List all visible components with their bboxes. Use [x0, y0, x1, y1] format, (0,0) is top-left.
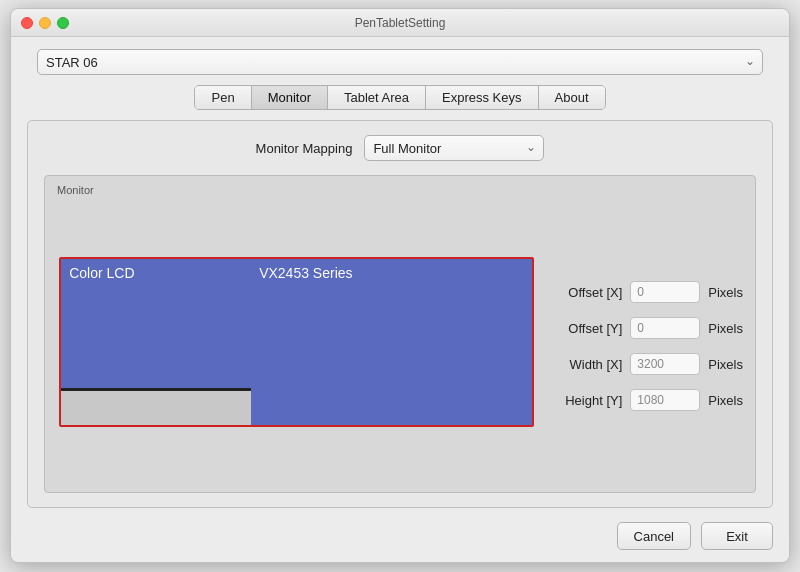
offset-y-unit: Pixels — [708, 321, 743, 336]
device-select-wrapper[interactable]: STAR 06 — [37, 49, 763, 75]
screen-vx2453-label: VX2453 Series — [259, 265, 352, 281]
cancel-button[interactable]: Cancel — [617, 522, 691, 550]
mapping-select-wrapper[interactable]: Full Monitor Single Monitor Custom — [364, 135, 544, 161]
width-x-input[interactable] — [630, 353, 700, 375]
monitor-panel-label: Monitor — [57, 184, 743, 196]
offset-y-row: Offset [Y] Pixels — [552, 317, 743, 339]
monitor-panel: Monitor Color LCD — [44, 175, 756, 493]
tab-group: Pen Monitor Tablet Area Express Keys Abo… — [194, 85, 605, 110]
maximize-button[interactable] — [57, 17, 69, 29]
screen-color-lcd-bottom — [61, 388, 251, 425]
main-window: PenTabletSetting STAR 06 Pen Monitor Tab… — [10, 8, 790, 563]
width-x-unit: Pixels — [708, 357, 743, 372]
window-title: PenTabletSetting — [355, 16, 446, 30]
screens-container: Color LCD VX2453 Series — [59, 257, 534, 427]
monitor-screens: Color LCD VX2453 Series — [57, 257, 536, 427]
width-x-row: Width [X] Pixels — [552, 353, 743, 375]
screen-color-lcd: Color LCD — [61, 259, 251, 425]
mapping-select[interactable]: Full Monitor Single Monitor Custom — [364, 135, 544, 161]
offset-x-label: Offset [X] — [552, 285, 622, 300]
tab-about[interactable]: About — [539, 86, 605, 109]
title-bar: PenTabletSetting — [11, 9, 789, 37]
tab-monitor[interactable]: Monitor — [252, 86, 328, 109]
mapping-label: Monitor Mapping — [256, 141, 353, 156]
window-body: STAR 06 Pen Monitor Tablet Area Express … — [11, 37, 789, 562]
screen-color-lcd-top: Color LCD — [61, 259, 251, 388]
tab-pen[interactable]: Pen — [195, 86, 251, 109]
height-y-label: Height [Y] — [552, 393, 622, 408]
offset-y-label: Offset [Y] — [552, 321, 622, 336]
bottom-bar: Cancel Exit — [27, 518, 773, 550]
offset-x-input[interactable] — [630, 281, 700, 303]
offset-y-input[interactable] — [630, 317, 700, 339]
offset-x-row: Offset [X] Pixels — [552, 281, 743, 303]
height-y-row: Height [Y] Pixels — [552, 389, 743, 411]
close-button[interactable] — [21, 17, 33, 29]
screen-vx2453: VX2453 Series — [251, 259, 532, 425]
exit-button[interactable]: Exit — [701, 522, 773, 550]
screen-color-lcd-label: Color LCD — [69, 265, 134, 281]
minimize-button[interactable] — [39, 17, 51, 29]
content-area: Monitor Mapping Full Monitor Single Moni… — [27, 120, 773, 508]
traffic-lights — [21, 17, 69, 29]
mapping-row: Monitor Mapping Full Monitor Single Moni… — [44, 135, 756, 161]
height-y-input[interactable] — [630, 389, 700, 411]
height-y-unit: Pixels — [708, 393, 743, 408]
width-x-label: Width [X] — [552, 357, 622, 372]
tab-tablet-area[interactable]: Tablet Area — [328, 86, 426, 109]
monitor-display-area: Color LCD VX2453 Series — [57, 200, 743, 484]
offset-x-unit: Pixels — [708, 285, 743, 300]
device-select[interactable]: STAR 06 — [37, 49, 763, 75]
tab-express-keys[interactable]: Express Keys — [426, 86, 538, 109]
offset-panel: Offset [X] Pixels Offset [Y] Pixels Widt… — [552, 273, 743, 411]
tabs-row: Pen Monitor Tablet Area Express Keys Abo… — [27, 85, 773, 110]
device-select-row: STAR 06 — [27, 49, 773, 75]
